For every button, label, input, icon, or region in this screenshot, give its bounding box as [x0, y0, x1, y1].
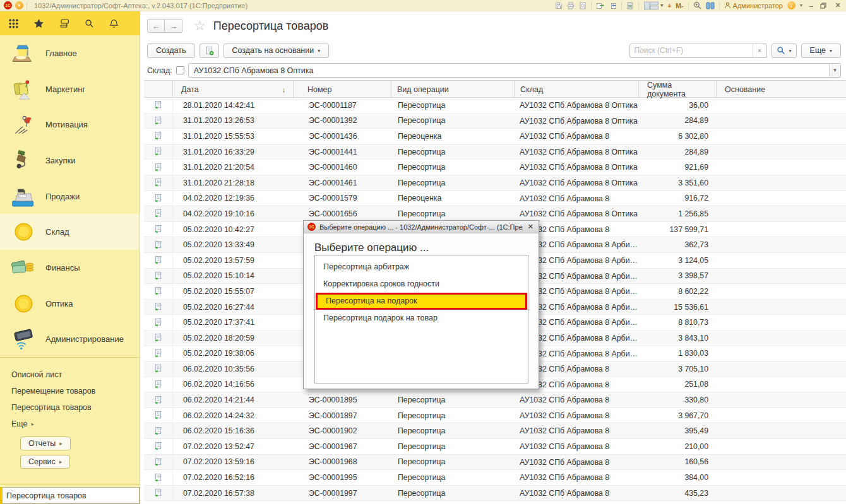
sidebar-sections: ГлавноеМаркетингМотивацияЗакупкиПродажиС…	[0, 35, 140, 357]
warehouse-filter-checkbox[interactable]	[176, 66, 184, 74]
dialog-close-icon[interactable]: ✕	[527, 223, 535, 231]
cell-operation: Пересортица	[391, 160, 515, 175]
table-row[interactable]: 31.01.2020 21:20:54ЭС-00001460Пересортиц…	[144, 160, 846, 175]
column-header-Основание[interactable]: Основание	[717, 81, 846, 98]
column-header-Склад[interactable]: Склад	[515, 81, 639, 98]
sections-menu-icon[interactable]	[9, 19, 18, 28]
column-header-Вид операции[interactable]: Вид операции	[391, 81, 515, 98]
cell-basis	[717, 470, 846, 485]
active-tab-accent	[0, 487, 3, 504]
titlebar-actions: ▾ + M- Администратор i ▾ – ✕	[555, 1, 842, 10]
info-caret-icon[interactable]: ▾	[800, 3, 802, 8]
sidebar-item-optika[interactable]: Оптика	[0, 286, 140, 322]
calculator-icon[interactable]	[626, 2, 634, 9]
print-icon[interactable]	[567, 2, 575, 9]
table-row[interactable]: 31.01.2020 21:28:18ЭС-00001461Пересортиц…	[144, 175, 846, 191]
sidebar-item-label: Главное	[45, 49, 77, 58]
sidebar-item-label: Закупки	[45, 156, 75, 165]
table-row[interactable]: 28.01.2020 14:42:41ЭС-00001187Пересортиц…	[144, 98, 846, 114]
cell-date: 07.02.2020 13:52:47	[173, 439, 294, 454]
copy-document-button[interactable]	[200, 44, 219, 58]
operation-option-1[interactable]: Корректировка сроков годности	[315, 276, 528, 293]
table-row[interactable]: 07.02.2020 16:52:16ЭС-00001995Пересортиц…	[144, 470, 846, 486]
notifications-bell-icon[interactable]	[109, 19, 119, 28]
table-row[interactable]: 06.02.2020 15:16:36ЭС-00001902Пересортиц…	[144, 423, 846, 439]
table-row[interactable]: 07.02.2020 16:57:38ЭС-00001997Пересортиц…	[144, 486, 846, 501]
operation-option-3[interactable]: Пересортица подарок на товар	[315, 310, 528, 327]
table-row[interactable]: 06.02.2020 14:21:44ЭС-00001895Пересортиц…	[144, 392, 846, 408]
cell-amount: 3 398,57	[639, 269, 717, 284]
zoom-icon[interactable]	[693, 1, 701, 9]
sidebar-item-motivaciya[interactable]: Мотивация	[0, 107, 140, 143]
table-row[interactable]: 31.01.2020 16:33:29ЭС-00001441Пересортиц…	[144, 144, 846, 160]
main-menu-button[interactable]: ▾	[15, 1, 23, 9]
columns-icon[interactable]	[706, 2, 715, 9]
sidebar-link-1[interactable]: Перемещение товаров	[11, 383, 140, 399]
operation-option-2[interactable]: Пересортица на подарок	[316, 293, 527, 310]
go-to-link-icon[interactable]	[609, 2, 617, 9]
scale-plus-button[interactable]: +	[667, 2, 671, 9]
interface-panels-icon[interactable]: ▾	[643, 1, 663, 10]
cell-warehouse: АУ1032 СПб Абрамова 8	[515, 439, 639, 454]
forward-button[interactable]: →	[165, 19, 182, 33]
search-icon[interactable]	[85, 19, 94, 28]
create-button[interactable]: Создать	[147, 44, 195, 58]
copy-link-icon[interactable]	[596, 2, 604, 9]
restore-button[interactable]	[820, 3, 829, 9]
column-header-Номер[interactable]: Номер	[294, 81, 391, 98]
info-icon[interactable]: i	[787, 1, 795, 9]
sidebar-item-prodazhi[interactable]: Продажи	[0, 179, 140, 214]
sidebar-item-marketing[interactable]: Маркетинг	[0, 71, 140, 107]
clear-search-icon[interactable]: ×	[753, 44, 766, 57]
cell-date: 06.02.2020 14:16:56	[173, 377, 294, 392]
sidebar-item-glavnoe[interactable]: Главное	[0, 35, 140, 71]
minimize-button[interactable]: –	[807, 2, 816, 9]
current-user[interactable]: Администратор	[724, 2, 783, 9]
cell-warehouse: АУ1032 СПб Абрамова 8 Оптика	[515, 98, 639, 113]
cell-basis	[717, 160, 846, 175]
sidebar-button-0[interactable]: Отчеты▸	[20, 437, 71, 450]
history-icon[interactable]	[59, 18, 69, 28]
dialog-title: Выберите операцию ... - 1032/Администрат…	[319, 223, 523, 231]
table-row[interactable]: 06.02.2020 14:24:32ЭС-00001897Пересортиц…	[144, 408, 846, 424]
table-row[interactable]: 31.01.2020 13:26:53ЭС-00001392Пересортиц…	[144, 114, 846, 129]
posted-document-icon	[144, 300, 173, 315]
list-toolbar: Создать Создать на основании▾ × ▾ Еще▾	[141, 40, 846, 61]
table-row[interactable]: 07.02.2020 13:52:47ЭС-00001967Пересортиц…	[144, 439, 846, 455]
warehouse-combobox[interactable]: АУ1032 СПб Абрамова 8 Оптика ▼	[188, 63, 841, 78]
sidebar-button-1[interactable]: Сервис▸	[20, 455, 70, 469]
table-row[interactable]: 04.02.2020 12:19:36ЭС-00001579Переоценка…	[144, 191, 846, 207]
open-window-tab[interactable]: Пересортица товаров	[0, 487, 140, 504]
sidebar-item-finansy[interactable]: Финансы	[0, 250, 140, 286]
select-operation-dialog: 1С Выберите операцию ... - 1032/Админист…	[303, 220, 539, 389]
search-options-button[interactable]: ▾	[772, 44, 797, 58]
favorites-icon[interactable]	[33, 18, 44, 29]
posted-document-icon	[144, 486, 173, 501]
more-button[interactable]: Еще▾	[801, 44, 841, 58]
column-header-Дата[interactable]: Дата↓	[173, 81, 294, 98]
column-header-Сумма документа[interactable]: Сумма документа	[639, 81, 717, 98]
search-input[interactable]	[630, 46, 753, 55]
close-button[interactable]: ✕	[833, 1, 842, 9]
sidebar-item-label: Оптика	[45, 299, 73, 308]
back-button[interactable]: ←	[147, 19, 165, 33]
cell-operation: Пересортица	[391, 175, 515, 190]
column-header-icon[interactable]	[144, 81, 173, 98]
operation-option-0[interactable]: Пересортица арбитраж	[315, 259, 528, 276]
create-based-on-button[interactable]: Создать на основании▾	[223, 44, 330, 58]
print-preview-icon[interactable]	[579, 2, 587, 9]
sidebar-item-sklad[interactable]: Склад	[0, 214, 140, 250]
save-icon[interactable]	[555, 2, 563, 9]
cell-operation: Пересортица	[391, 392, 515, 407]
combobox-dropdown-icon[interactable]: ▼	[829, 64, 840, 77]
favorite-star-icon[interactable]: ☆	[194, 18, 206, 33]
sidebar-item-zakupki[interactable]: Закупки	[0, 143, 140, 179]
scale-minus-button[interactable]: M-	[676, 2, 683, 9]
sidebar-link-more[interactable]: Еще▸	[11, 416, 140, 432]
sidebar-item-administrirovanie[interactable]: Администрирование	[0, 322, 140, 358]
sidebar-link-2[interactable]: Пересортица товаров	[11, 399, 140, 416]
sidebar-link-0[interactable]: Описной лист	[11, 366, 140, 383]
table-row[interactable]: 07.02.2020 13:59:16ЭС-00001968Пересортиц…	[144, 455, 846, 471]
cell-date: 06.02.2020 14:24:32	[173, 408, 294, 423]
table-row[interactable]: 31.01.2020 15:55:53ЭС-00001436Переоценка…	[144, 129, 846, 144]
